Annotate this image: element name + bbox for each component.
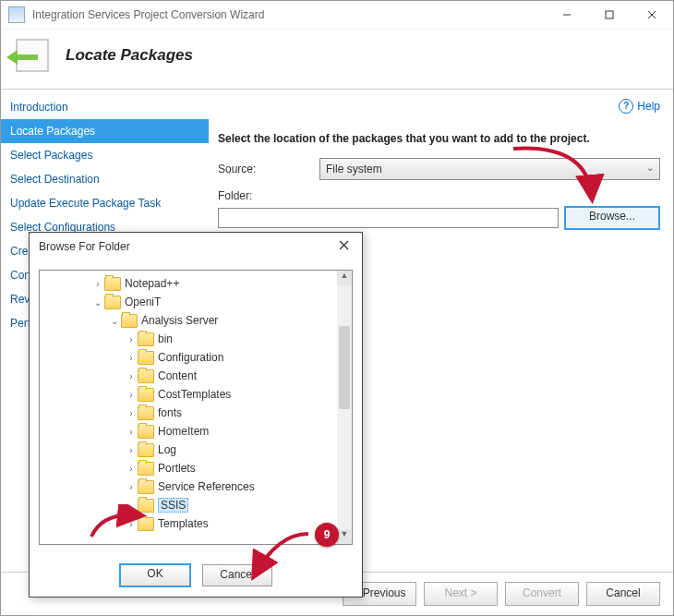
wizard-header-icon — [12, 35, 53, 76]
tree-item[interactable]: ›HomeItem — [40, 422, 337, 441]
app-icon — [8, 6, 25, 23]
expand-closed-icon[interactable]: › — [125, 427, 138, 437]
tree-item-label: fonts — [158, 406, 182, 419]
folder-icon — [138, 425, 154, 439]
svg-rect-1 — [606, 11, 613, 18]
tree-item-label: Configuration — [158, 351, 223, 364]
annotation-badge-9: 9 — [315, 523, 339, 547]
expand-closed-icon[interactable]: › — [125, 390, 138, 400]
expand-open-icon[interactable]: ⌄ — [108, 316, 121, 326]
expand-closed-icon[interactable]: › — [125, 408, 138, 418]
source-label: Source: — [218, 163, 319, 175]
scroll-up-icon[interactable]: ▲ — [337, 271, 352, 285]
tree-item-label: Analysis Server — [141, 314, 218, 327]
tree-item[interactable]: ›fonts — [40, 404, 337, 422]
folder-icon — [138, 406, 154, 420]
tree-item[interactable]: ⌄Analysis Server — [40, 311, 337, 330]
help-label: Help — [637, 100, 660, 113]
wizard-window: Integration Services Project Conversion … — [0, 0, 674, 616]
tree-item-label: bin — [158, 332, 173, 345]
tree-item-label: Service References — [158, 480, 255, 493]
tree-item[interactable]: ›Content — [40, 367, 337, 385]
scroll-thumb[interactable] — [339, 326, 350, 409]
tree-item[interactable]: ›Log — [40, 441, 337, 459]
help-link[interactable]: ? Help — [218, 97, 660, 115]
maximize-button[interactable] — [588, 1, 631, 29]
folder-icon — [121, 314, 138, 328]
folder-icon — [104, 277, 121, 291]
expand-open-icon[interactable]: ⌄ — [91, 297, 104, 308]
folder-icon — [138, 351, 154, 365]
convert-button: Convert — [505, 582, 579, 606]
folder-icon — [138, 462, 154, 476]
folder-icon — [138, 369, 154, 383]
tree-item-label: Content — [158, 369, 197, 382]
nav-step-select-packages[interactable]: Select Packages — [1, 143, 209, 167]
folder-icon — [138, 332, 154, 346]
chevron-down-icon: ⌄ — [646, 163, 654, 173]
tree-item[interactable]: ›Notepad++ — [40, 274, 337, 293]
folder-icon — [104, 296, 121, 309]
tree-item-label: CostTemplates — [158, 388, 231, 401]
window-title: Integration Services Project Conversion … — [32, 8, 546, 21]
expand-closed-icon[interactable]: › — [125, 445, 138, 455]
cancel-button[interactable]: Cancel — [586, 582, 660, 606]
dialog-titlebar: Browse For Folder — [30, 233, 362, 260]
window-titlebar: Integration Services Project Conversion … — [1, 1, 673, 30]
tree-item[interactable]: ›bin — [40, 330, 337, 348]
nav-step-update-execute-package-task[interactable]: Update Execute Package Task — [1, 191, 209, 215]
next-button[interactable]: Next > — [424, 582, 498, 606]
expand-closed-icon[interactable]: › — [125, 464, 138, 474]
folder-icon — [138, 480, 154, 494]
page-title: Locate Packages — [66, 46, 193, 65]
annotation-arrow-ssis — [84, 504, 149, 546]
close-button[interactable] — [631, 1, 673, 29]
folder-icon — [138, 388, 154, 402]
dialog-ok-button[interactable]: OK — [119, 563, 191, 587]
tree-item-label: Notepad++ — [125, 277, 179, 290]
nav-step-select-destination[interactable]: Select Destination — [1, 167, 209, 191]
tree-item-label: SSIS — [158, 498, 188, 513]
folder-tree[interactable]: ›Notepad++⌄OpeniT⌄Analysis Server›bin›Co… — [40, 271, 337, 544]
tree-item[interactable]: ›CostTemplates — [40, 385, 337, 404]
tree-item[interactable]: ›Portlets — [40, 459, 337, 477]
dialog-title: Browse For Folder — [39, 240, 130, 253]
svg-marker-4 — [6, 50, 38, 65]
expand-closed-icon[interactable]: › — [91, 279, 104, 289]
wizard-header: Locate Packages — [1, 30, 673, 90]
annotation-arrow-ok — [246, 525, 319, 589]
nav-step-introduction[interactable]: Introduction — [1, 95, 209, 119]
tree-item-label: Templates — [158, 517, 209, 530]
expand-closed-icon[interactable]: › — [125, 371, 138, 381]
tree-item-label: Portlets — [158, 462, 196, 475]
nav-step-locate-packages[interactable]: Locate Packages — [1, 119, 209, 143]
source-value: File system — [326, 163, 382, 175]
dialog-close-button[interactable] — [325, 233, 362, 260]
tree-item[interactable]: ⌄OpeniT — [40, 293, 337, 311]
folder-icon — [138, 443, 154, 457]
tree-item-label: Log — [158, 443, 176, 456]
folder-label: Folder: — [218, 189, 319, 202]
expand-closed-icon[interactable]: › — [125, 334, 138, 344]
tree-item-label: OpeniT — [125, 296, 161, 308]
help-icon: ? — [619, 99, 633, 114]
expand-closed-icon[interactable]: › — [125, 482, 138, 492]
annotation-arrow-browse — [504, 139, 615, 213]
tree-item[interactable]: ›Service References — [40, 477, 337, 496]
scroll-down-icon[interactable]: ▼ — [337, 529, 352, 544]
tree-scrollbar[interactable]: ▲ ▼ — [337, 271, 352, 544]
minimize-button[interactable] — [546, 1, 588, 29]
tree-item[interactable]: ›Configuration — [40, 348, 337, 367]
tree-item-label: HomeItem — [158, 425, 209, 438]
expand-closed-icon[interactable]: › — [125, 353, 138, 363]
